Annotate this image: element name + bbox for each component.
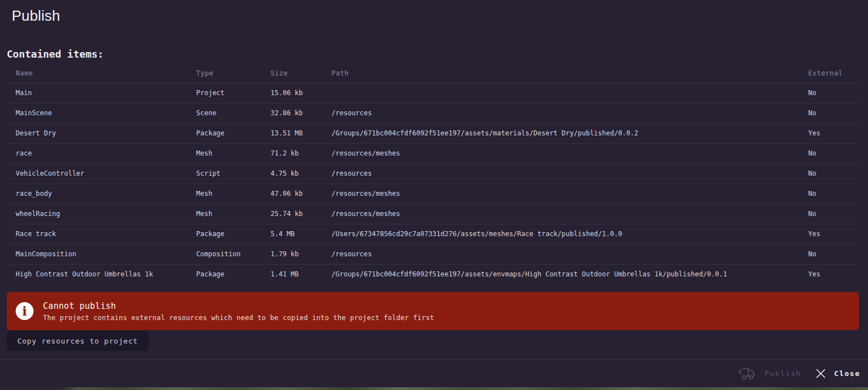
table-row: Desert DryPackage13.51 MB/Groups/671bc00… (7, 123, 859, 143)
table-row: MainSceneScene32.86 kb/resourcesNo (7, 103, 859, 123)
column-header-external: External (808, 64, 859, 83)
items-table-body: MainProject15.06 kbNoMainSceneScene32.86… (7, 83, 859, 284)
cell-name: wheelRacing (7, 204, 196, 224)
table-row: wheelRacingMesh25.74 kb/resources/meshes… (7, 204, 859, 224)
cell-name: Main (7, 83, 196, 103)
cell-type: Composition (196, 244, 271, 264)
cell-size: 4.75 kb (271, 163, 331, 184)
cell-external: No (808, 163, 859, 184)
cell-name: Race track (7, 224, 196, 244)
publish-dialog: Publish Contained items: NameTypeSizePat… (0, 0, 868, 390)
cell-name: race (7, 143, 196, 163)
info-icon: i (16, 302, 34, 320)
cell-type: Package (196, 264, 271, 284)
cell-path: /resources (331, 244, 808, 264)
cell-type: Mesh (196, 204, 271, 224)
table-row: MainCompositionComposition1.79 kb/resour… (7, 244, 859, 264)
column-header-name: Name (7, 64, 196, 83)
cell-size: 1.41 MB (271, 264, 331, 284)
cell-external: Yes (808, 224, 859, 244)
cell-type: Scene (196, 103, 271, 123)
cell-path: /Groups/671bc004cfdf6092f51ee197/assets/… (331, 264, 808, 284)
copy-resources-label: Copy resources to project (17, 337, 138, 345)
table-row: MainProject15.06 kbNo (7, 83, 859, 103)
contained-items-heading: Contained items: (7, 48, 103, 60)
cell-name: MainComposition (7, 244, 196, 264)
close-button[interactable]: Close (815, 368, 860, 379)
cell-external: No (808, 204, 859, 224)
cell-name: VehicleController (7, 163, 196, 184)
page-title: Publish (12, 7, 60, 25)
copy-resources-button[interactable]: Copy resources to project (7, 331, 149, 351)
cell-type: Project (196, 83, 271, 103)
cell-size: 5.4 MB (271, 224, 331, 244)
cell-size: 1.79 kb (271, 244, 331, 264)
cell-path: /Users/67347856cd29c7a07331d276/assets/m… (331, 224, 808, 244)
publish-button[interactable]: Publish (738, 366, 801, 382)
cell-external: No (808, 244, 859, 264)
truck-icon (738, 366, 757, 382)
cell-size: 13.51 MB (271, 123, 331, 143)
cell-external: Yes (808, 123, 859, 143)
column-header-path: Path (331, 64, 808, 83)
table-row: raceMesh71.2 kb/resources/meshesNo (7, 143, 859, 163)
cell-path: /Groups/671bc004cfdf6092f51ee197/assets/… (331, 123, 808, 143)
table-row: Race trackPackage5.4 MB/Users/67347856cd… (7, 224, 859, 244)
cell-type: Script (196, 163, 271, 184)
cell-path (331, 83, 808, 103)
contained-items-table: NameTypeSizePathExternal MainProject15.0… (7, 64, 859, 284)
cell-size: 71.2 kb (271, 143, 331, 163)
cell-name: High Contrast Outdoor Umbrellas 1k (7, 264, 196, 284)
table-row: High Contrast Outdoor Umbrellas 1kPackag… (7, 264, 859, 284)
cell-path: /resources/meshes (331, 143, 808, 163)
cell-size: 47.06 kb (271, 184, 331, 204)
cell-type: Mesh (196, 143, 271, 163)
cell-external: No (808, 83, 859, 103)
warning-title: Cannot publish (43, 301, 434, 311)
footer-bar: Publish Close (0, 360, 868, 387)
cell-size: 15.06 kb (271, 83, 331, 103)
table-row: race_bodyMesh47.06 kb/resources/meshesNo (7, 184, 859, 204)
cannot-publish-banner: i Cannot publish The project contains ex… (7, 292, 859, 330)
cell-name: Desert Dry (7, 123, 196, 143)
close-button-label: Close (834, 369, 860, 378)
cell-path: /resources (331, 103, 808, 123)
cell-external: No (808, 103, 859, 123)
cell-external: No (808, 184, 859, 204)
publish-button-label: Publish (765, 369, 801, 378)
table-row: VehicleControllerScript4.75 kb/resources… (7, 163, 859, 184)
cell-size: 32.86 kb (271, 103, 331, 123)
cell-type: Mesh (196, 184, 271, 204)
column-header-size: Size (271, 64, 331, 83)
cell-path: /resources (331, 163, 808, 184)
background-scene-strip (0, 387, 868, 390)
cell-path: /resources/meshes (331, 184, 808, 204)
cell-path: /resources/meshes (331, 204, 808, 224)
cell-type: Package (196, 224, 271, 244)
warning-message: The project contains external resources … (43, 314, 434, 322)
cell-name: race_body (7, 184, 196, 204)
close-x-icon (815, 368, 826, 379)
cell-external: No (808, 143, 859, 163)
cell-external: Yes (808, 264, 859, 284)
column-header-type: Type (196, 64, 271, 83)
table-header-row: NameTypeSizePathExternal (7, 64, 859, 83)
cell-name: MainScene (7, 103, 196, 123)
cell-type: Package (196, 123, 271, 143)
cell-size: 25.74 kb (271, 204, 331, 224)
